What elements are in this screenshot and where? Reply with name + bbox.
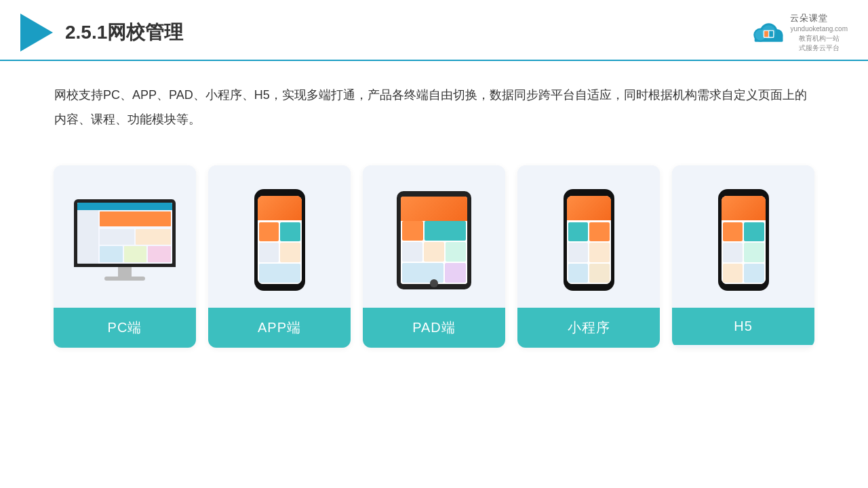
phone-app-icon (254, 189, 305, 291)
card-h5-label: H5 (672, 308, 814, 345)
card-pc: PC端 (54, 165, 196, 348)
brand-logo-icon: 云朵课堂 yunduoketang.com 教育机构一站 式服务云平台 (746, 12, 848, 53)
cards-container: PC端 (0, 145, 868, 368)
pc-monitor-icon (74, 199, 176, 281)
description-paragraph: 网校支持PC、APP、PAD、小程序、H5，实现多端打通，产品各终端自由切换，数… (54, 83, 814, 131)
card-app-image (208, 165, 351, 308)
card-app: APP端 (208, 165, 351, 348)
svg-rect-8 (770, 31, 774, 37)
page-title: 2.5.1网校管理 (65, 20, 183, 45)
card-miniapp-label: 小程序 (517, 308, 660, 348)
logo-triangle-icon (20, 14, 53, 52)
brand-domain: yunduoketang.com (790, 24, 848, 34)
card-pad: PAD端 (363, 165, 505, 348)
header: 2.5.1网校管理 云朵课堂 yunduoketang.com 教育机构一站 (0, 0, 868, 61)
svg-rect-7 (765, 31, 769, 37)
description-text: 网校支持PC、APP、PAD、小程序、H5，实现多端打通，产品各终端自由切换，数… (0, 61, 868, 138)
card-miniapp: 小程序 (517, 165, 660, 348)
header-left: 2.5.1网校管理 (20, 14, 183, 52)
cloud-icon (746, 20, 787, 45)
card-pad-image (363, 165, 505, 308)
card-h5: H5 (672, 165, 814, 348)
phone-miniapp-icon (564, 189, 614, 291)
card-pc-image (54, 165, 196, 308)
brand-name: 云朵课堂 (790, 12, 848, 24)
card-pad-label: PAD端 (363, 308, 505, 348)
card-pc-label: PC端 (54, 308, 196, 348)
card-miniapp-image (517, 165, 660, 308)
card-app-label: APP端 (208, 308, 351, 348)
phone-h5-icon (718, 189, 769, 291)
card-h5-image (672, 165, 814, 308)
brand-tagline: 教育机构一站 式服务云平台 (790, 34, 848, 53)
brand-text-group: 云朵课堂 yunduoketang.com 教育机构一站 式服务云平台 (790, 12, 848, 53)
brand-logo: 云朵课堂 yunduoketang.com 教育机构一站 式服务云平台 (746, 12, 848, 53)
tablet-pad-icon (397, 191, 471, 289)
